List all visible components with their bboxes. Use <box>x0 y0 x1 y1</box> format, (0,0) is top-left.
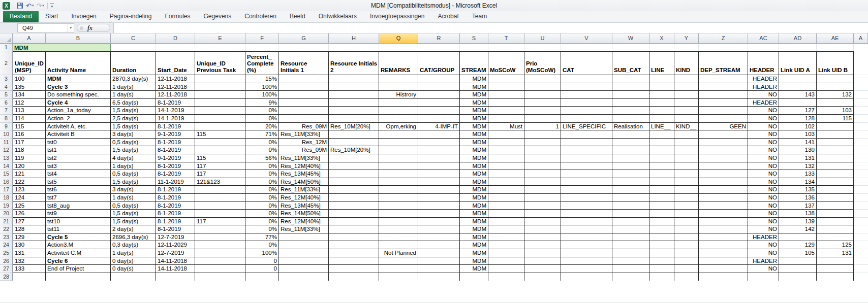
cell-B25[interactable]: Activiteit C.M <box>46 249 111 257</box>
cell-B24[interactable]: Action3.M <box>46 241 111 249</box>
cell-G17[interactable]: Res_11M[33%] <box>279 186 329 194</box>
cell-H9[interactable]: Res_10M[20%] <box>329 123 379 131</box>
cell-R12[interactable] <box>418 146 460 154</box>
tab-beeld[interactable]: Beeld <box>283 11 312 22</box>
cell-V17[interactable] <box>561 186 612 194</box>
column-header-E[interactable]: E <box>195 33 245 44</box>
cell-V27[interactable] <box>561 265 612 273</box>
cell-AC2[interactable]: HEADER <box>748 51 779 75</box>
cell-AC3[interactable]: HEADER <box>748 75 779 83</box>
row-header-21[interactable]: 21 <box>0 218 13 226</box>
row-header-19[interactable]: 19 <box>0 202 13 210</box>
cell-B28[interactable] <box>46 273 111 281</box>
cell-Q24[interactable] <box>379 241 418 249</box>
cell-Q2[interactable]: REMARKS <box>379 51 418 75</box>
cell-Z5[interactable] <box>699 91 748 99</box>
cell-U1[interactable] <box>524 44 561 51</box>
row-header-5[interactable]: 5 <box>0 91 13 99</box>
cell-X13[interactable] <box>649 154 674 162</box>
cell-T28[interactable] <box>488 273 524 281</box>
cell-G21[interactable]: Res_12M[40%] <box>279 218 329 226</box>
cell-AD14[interactable]: 132 <box>779 162 817 171</box>
cell-Z10[interactable] <box>699 130 748 139</box>
cell-AC9[interactable]: NO <box>748 123 779 131</box>
cell-Y15[interactable] <box>674 170 699 178</box>
cell-F22[interactable]: 0% <box>245 225 279 233</box>
cell-E12[interactable] <box>195 146 245 154</box>
cell-U14[interactable] <box>524 162 561 171</box>
cell-X22[interactable] <box>649 225 674 233</box>
cell-T11[interactable] <box>488 139 524 147</box>
cell-AE22[interactable] <box>817 225 854 233</box>
cell-Z16[interactable] <box>699 178 748 186</box>
tab-controleren[interactable]: Controleren <box>238 11 283 22</box>
cell-D13[interactable]: 9-1-2019 <box>156 154 195 162</box>
cell-Q11[interactable] <box>379 139 418 147</box>
cell-S5[interactable]: MDM <box>460 91 488 99</box>
cell-T1[interactable] <box>488 44 524 51</box>
cell-T27[interactable] <box>488 265 524 273</box>
cell-AC6[interactable]: HEADER <box>748 99 779 107</box>
cell-W19[interactable] <box>612 202 649 210</box>
cell-B11[interactable]: tst0 <box>46 139 111 147</box>
save-button[interactable] <box>16 1 24 10</box>
row-header-28[interactable]: 28 <box>0 273 13 281</box>
cell-H26[interactable] <box>329 257 379 265</box>
cell-D6[interactable]: 8-1-2019 <box>156 99 195 107</box>
cell-V6[interactable] <box>561 99 612 107</box>
cell-E11[interactable] <box>195 139 245 147</box>
cell-Z27[interactable] <box>699 265 748 273</box>
tab-acrobat[interactable]: Acrobat <box>431 11 465 22</box>
cell-R8[interactable] <box>418 115 460 123</box>
cell-AE27[interactable] <box>817 265 854 273</box>
cell-A5[interactable]: 134 <box>13 91 46 99</box>
cell-U5[interactable] <box>524 91 561 99</box>
row-header-4[interactable]: 4 <box>0 83 13 91</box>
cell-Z2[interactable]: DEP_STREAM <box>699 51 748 75</box>
cell-Z13[interactable] <box>699 154 748 162</box>
cell-AE2[interactable]: Link UID B <box>817 51 854 75</box>
cell-Y26[interactable] <box>674 257 699 265</box>
cell-G8[interactable] <box>279 115 329 123</box>
cell-F10[interactable]: 71% <box>245 130 279 139</box>
cell-X7[interactable] <box>649 107 674 115</box>
cell-W13[interactable] <box>612 154 649 162</box>
cell-AD23[interactable] <box>779 233 817 242</box>
cell-T3[interactable] <box>488 75 524 83</box>
row-header-22[interactable]: 22 <box>0 225 13 233</box>
cell-U11[interactable] <box>524 139 561 147</box>
cell-Q17[interactable] <box>379 186 418 194</box>
cell-V7[interactable] <box>561 107 612 115</box>
tab-team[interactable]: Team <box>466 11 493 22</box>
cell-partial-9[interactable] <box>854 123 868 131</box>
cell-partial-1[interactable] <box>854 44 868 51</box>
cell-C1[interactable] <box>111 44 156 51</box>
cell-Q5[interactable]: Histrory <box>379 91 418 99</box>
cell-V22[interactable] <box>561 225 612 233</box>
cell-W1[interactable] <box>612 44 649 51</box>
cell-U27[interactable] <box>524 265 561 273</box>
cell-Y10[interactable] <box>674 130 699 139</box>
cell-X8[interactable] <box>649 115 674 123</box>
cell-A26[interactable]: 132 <box>13 257 46 265</box>
cell-G7[interactable] <box>279 107 329 115</box>
cell-C19[interactable]: 0,5 day(s) <box>111 202 156 210</box>
cell-T14[interactable] <box>488 162 524 171</box>
cell-Y17[interactable] <box>674 186 699 194</box>
cell-R14[interactable] <box>418 162 460 171</box>
cell-AD4[interactable] <box>779 83 817 91</box>
cell-U7[interactable] <box>524 107 561 115</box>
redo-dropdown-icon[interactable]: ▾ <box>42 4 44 8</box>
tab-pagina-indeling[interactable]: Pagina-indeling <box>103 11 159 22</box>
cell-AC21[interactable]: NO <box>748 218 779 226</box>
cell-A15[interactable]: 121 <box>13 170 46 178</box>
cell-AE21[interactable] <box>817 218 854 226</box>
cell-C3[interactable]: 2870,3 day(s) <box>111 75 156 83</box>
cell-D7[interactable]: 14-1-2019 <box>156 107 195 115</box>
cell-AD19[interactable]: 137 <box>779 202 817 210</box>
cell-D18[interactable]: 8-1-2019 <box>156 194 195 202</box>
cell-AD3[interactable] <box>779 75 817 83</box>
cell-V2[interactable]: CAT <box>561 51 612 75</box>
cell-V26[interactable] <box>561 257 612 265</box>
cell-AE23[interactable] <box>817 233 854 242</box>
